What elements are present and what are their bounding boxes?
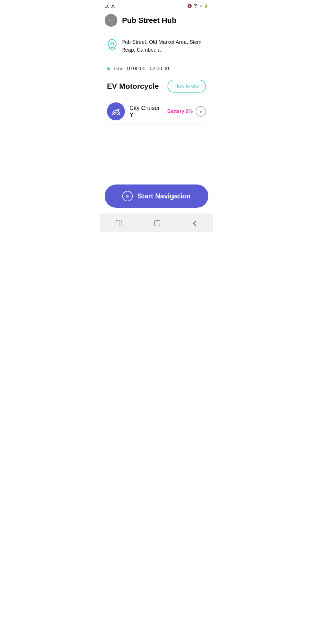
bottom-nav-menu[interactable] bbox=[108, 218, 130, 229]
back-arrow-icon: ← bbox=[108, 17, 114, 23]
svg-rect-7 bbox=[121, 221, 122, 226]
mute-icon: 🔇 bbox=[187, 4, 192, 8]
svg-point-3 bbox=[113, 113, 114, 114]
back-icon bbox=[192, 220, 198, 227]
svg-rect-6 bbox=[119, 221, 120, 226]
location-text: Pub Street, Old Market Area, Siem Reap, … bbox=[121, 38, 206, 54]
svg-point-4 bbox=[118, 113, 119, 114]
location-icon bbox=[107, 39, 117, 52]
bottom-nav-home[interactable] bbox=[147, 218, 168, 229]
vehicle-card: City Cruiser Y Battery 0% ▶ bbox=[107, 98, 206, 125]
how-to-use-button[interactable]: How to use bbox=[168, 80, 206, 93]
bottom-nav-back[interactable] bbox=[185, 218, 205, 229]
play-button[interactable]: ▶ bbox=[196, 106, 206, 117]
page-title: Pub Street Hub bbox=[122, 16, 176, 25]
location-section: Pub Street, Old Market Area, Siem Reap, … bbox=[107, 35, 206, 60]
battery-section: Battery 0% ▶ bbox=[167, 106, 206, 117]
status-time: 10:09 bbox=[105, 3, 116, 8]
navigation-icon: ➤ bbox=[122, 191, 133, 201]
bottom-nav bbox=[100, 214, 213, 232]
time-section: Time: 10:00:00 - 02:00:00 bbox=[107, 65, 206, 77]
content-area: Pub Street, Old Market Area, Siem Reap, … bbox=[100, 30, 213, 155]
play-icon: ▶ bbox=[200, 109, 203, 114]
wifi-icon bbox=[193, 3, 198, 8]
top-bar: ← Pub Street Hub bbox=[100, 10, 213, 30]
ev-title: EV Motorcycle bbox=[107, 82, 159, 91]
back-button[interactable]: ← bbox=[105, 14, 117, 27]
status-icons: 🔇 ⊘ 🔋 bbox=[187, 3, 208, 8]
battery-level: Battery 0% bbox=[167, 108, 193, 114]
ev-section: EV Motorcycle How to use bbox=[107, 80, 206, 93]
scooter-icon bbox=[110, 106, 121, 117]
vehicle-name: City Cruiser Y bbox=[130, 105, 163, 118]
battery-icon: 🔋 bbox=[204, 4, 208, 8]
arrow-icon: ➤ bbox=[125, 193, 129, 199]
status-bar: 10:09 🔇 ⊘ 🔋 bbox=[100, 0, 213, 10]
svg-point-0 bbox=[111, 42, 114, 45]
svg-rect-8 bbox=[155, 221, 160, 226]
time-text: Time: 10:00:00 - 02:00:00 bbox=[113, 66, 169, 72]
start-navigation-button[interactable]: ➤ Start Navigation bbox=[105, 184, 208, 208]
menu-icon bbox=[115, 220, 123, 227]
no-signal-icon: ⊘ bbox=[199, 4, 203, 8]
spacer bbox=[100, 155, 213, 180]
divider bbox=[107, 60, 206, 60]
nav-btn-container: ➤ Start Navigation bbox=[100, 180, 213, 214]
svg-rect-5 bbox=[116, 221, 118, 226]
time-dot bbox=[107, 67, 110, 70]
home-icon bbox=[154, 220, 161, 227]
vehicle-icon-circle bbox=[107, 102, 125, 120]
nav-btn-label: Start Navigation bbox=[137, 192, 191, 200]
